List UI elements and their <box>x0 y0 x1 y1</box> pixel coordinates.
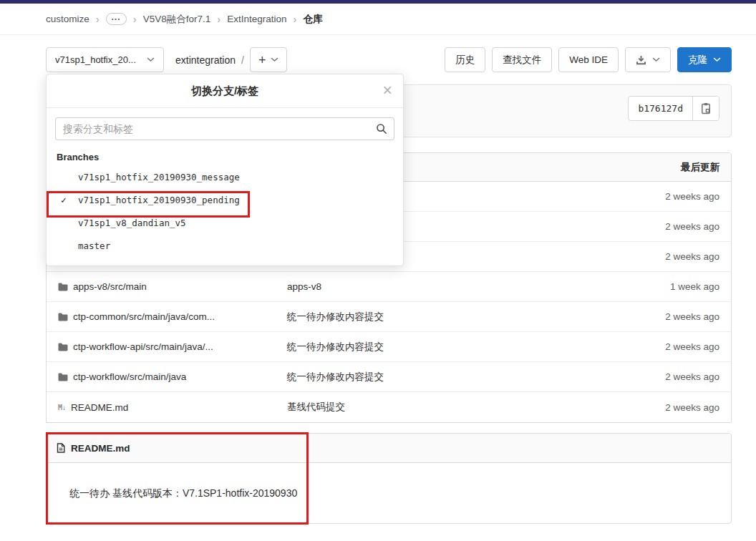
file-name-link[interactable]: README.md <box>71 402 128 413</box>
search-icon <box>376 123 387 135</box>
last-update-text: 2 weeks ago <box>612 371 719 382</box>
web-ide-button[interactable]: Web IDE <box>558 47 619 72</box>
branch-option[interactable]: master <box>47 234 403 257</box>
folder-icon <box>58 283 68 291</box>
folder-icon <box>58 373 68 381</box>
table-row[interactable]: apps-v8/src/main apps-v8 1 week ago <box>47 272 731 302</box>
last-update-text: 2 weeks ago <box>612 221 719 232</box>
last-update-text: 2 weeks ago <box>612 311 719 322</box>
branch-selector-dropdown[interactable]: v71sp1_hotfix_20... <box>46 47 164 72</box>
markdown-file-icon: M↓ <box>58 404 66 411</box>
chevron-down-icon <box>271 57 278 62</box>
document-icon <box>57 443 65 453</box>
table-row[interactable]: ctp-workflow/src/main/java 统一待办修改内容提交 2 … <box>47 362 731 392</box>
folder-icon <box>58 343 68 351</box>
clone-button[interactable]: 克隆 <box>677 47 732 72</box>
table-row[interactable]: M↓ README.md 基线代码提交 2 weeks ago <box>47 392 731 422</box>
branch-option-current[interactable]: ✓ v71sp1_hotfix_20190930_pending <box>47 188 403 211</box>
branch-selector-label: v71sp1_hotfix_20... <box>55 54 136 65</box>
chevron-right-icon: › <box>96 14 100 24</box>
file-name-link[interactable]: ctp-common/src/main/java/com... <box>73 311 215 322</box>
commit-message-link[interactable]: 统一待办修改内容提交 <box>287 341 612 354</box>
chevron-down-icon <box>652 57 660 62</box>
branch-name: v71sp1_v8_dandian_v5 <box>78 218 186 228</box>
chevron-right-icon: › <box>217 14 220 24</box>
branch-name: v71sp1_hotfix_20190930_pending <box>78 195 240 205</box>
readme-title: README.md <box>71 443 130 454</box>
clone-button-label: 克隆 <box>688 54 707 67</box>
add-file-dropdown[interactable]: + <box>250 47 288 72</box>
branch-switch-modal: 切换分支/标签 × Branches v71sp1_hotfix_2019093… <box>46 74 404 266</box>
close-icon[interactable]: × <box>383 82 392 99</box>
last-update-text: 2 weeks ago <box>612 251 719 262</box>
repo-toolbar: v71sp1_hotfix_20... extintegration / + 历… <box>46 47 732 72</box>
readme-card-header[interactable]: README.md <box>47 434 731 463</box>
table-header-last-update: 最后更新 <box>612 161 719 174</box>
chevron-right-icon: › <box>133 14 137 24</box>
table-row[interactable]: ctp-common/src/main/java/com... 统一待办修改内容… <box>47 302 731 332</box>
modal-title: 切换分支/标签 <box>191 84 258 98</box>
commit-message-link[interactable]: 统一待办修改内容提交 <box>287 311 612 323</box>
branch-option[interactable]: v71sp1_hotfix_20190930_message <box>47 165 403 188</box>
readme-body-text: 统一待办 基线代码版本：V7.1SP1-hotfix-20190930 <box>69 487 297 500</box>
readme-preview-card: README.md 统一待办 基线代码版本：V7.1SP1-hotfix-201… <box>46 433 732 524</box>
branch-list: v71sp1_hotfix_20190930_message ✓ v71sp1_… <box>47 165 403 257</box>
path-separator: / <box>241 54 244 66</box>
breadcrumb-item-repository: 仓库 <box>304 13 323 26</box>
commit-message-link[interactable]: apps-v8 <box>287 281 612 292</box>
chevron-right-icon: › <box>294 14 297 24</box>
copy-commit-hash-button[interactable] <box>692 97 719 120</box>
commit-message-link[interactable]: 基线代码提交 <box>287 401 612 414</box>
commit-message-link[interactable]: 统一待办修改内容提交 <box>287 371 612 384</box>
breadcrumb-ellipsis-expander[interactable]: ••• <box>106 13 127 25</box>
chevron-down-icon <box>147 57 155 62</box>
find-file-button[interactable]: 查找文件 <box>492 47 552 72</box>
breadcrumb-item-group[interactable]: customize <box>46 14 89 24</box>
last-update-text: 1 week ago <box>612 281 719 292</box>
download-dropdown[interactable] <box>625 47 671 72</box>
repo-path-text: extintegration <box>175 54 236 66</box>
branch-option[interactable]: v71sp1_v8_dandian_v5 <box>47 211 403 234</box>
commit-hash-text: b176127d <box>629 97 692 120</box>
history-button[interactable]: 历史 <box>445 47 485 72</box>
table-row[interactable]: ctp-workflow-api/src/main/java/... 统一待办修… <box>47 332 731 362</box>
download-icon <box>636 55 646 65</box>
folder-icon <box>58 313 68 321</box>
branches-section-label: Branches <box>57 152 403 162</box>
last-update-text: 2 weeks ago <box>612 402 719 413</box>
breadcrumb: customize › ••• › V5V8融合for7.1 › ExtInte… <box>0 4 756 35</box>
plus-icon: + <box>258 54 266 67</box>
branch-name: master <box>78 240 110 251</box>
breadcrumb-item-subgroup[interactable]: V5V8融合for7.1 <box>143 13 211 26</box>
file-name-link[interactable]: apps-v8/src/main <box>73 281 147 292</box>
breadcrumb-item-project[interactable]: ExtIntegration <box>227 14 286 24</box>
file-name-link[interactable]: ctp-workflow/src/main/java <box>73 371 186 382</box>
branch-search-input[interactable] <box>55 117 394 140</box>
clipboard-icon <box>700 102 712 115</box>
last-update-text: 2 weeks ago <box>612 341 719 352</box>
check-icon: ✓ <box>61 195 67 205</box>
commit-hash-group: b176127d <box>628 96 719 121</box>
last-update-text: 2 weeks ago <box>612 191 719 202</box>
file-name-link[interactable]: ctp-workflow-api/src/main/java/... <box>73 341 213 352</box>
chevron-down-icon <box>713 57 721 62</box>
branch-name: v71sp1_hotfix_20190930_message <box>78 172 240 182</box>
